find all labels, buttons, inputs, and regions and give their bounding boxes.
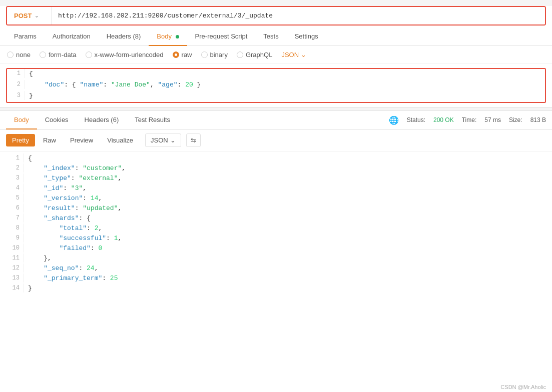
radio-none bbox=[7, 52, 14, 58]
body-type-graphql[interactable]: GraphQL bbox=[237, 51, 272, 58]
rtab-test-results[interactable]: Test Results bbox=[127, 111, 178, 130]
response-body-viewer: 1 { 2 "_index": "customer", 3 "_type": "… bbox=[0, 152, 552, 296]
req-line-1: 1 { bbox=[7, 69, 545, 80]
tab-headers[interactable]: Headers (8) bbox=[99, 28, 149, 46]
res-line-9: 9 "successful": 1, bbox=[6, 234, 546, 244]
method-chevron-icon: ⌄ bbox=[35, 13, 39, 18]
chevron-down-icon: ⌄ bbox=[170, 136, 176, 144]
res-line-2: 2 "_index": "customer", bbox=[6, 164, 546, 174]
body-type-none[interactable]: none bbox=[7, 51, 31, 58]
res-line-7: 7 "_shards": { bbox=[6, 214, 546, 224]
format-btn-preview[interactable]: Preview bbox=[64, 134, 99, 146]
radio-binary bbox=[201, 52, 208, 58]
size-label: Size: bbox=[509, 116, 522, 124]
res-line-4: 4 "_id": "3", bbox=[6, 184, 546, 194]
rtab-headers[interactable]: Headers (6) bbox=[77, 111, 127, 130]
radio-raw bbox=[173, 52, 179, 58]
body-type-urlencoded[interactable]: x-www-form-urlencoded bbox=[86, 51, 164, 58]
response-tabs: Body Cookies Headers (6) Test Results bbox=[6, 111, 178, 129]
format-btn-visualize[interactable]: Visualize bbox=[101, 134, 139, 146]
tab-authorization[interactable]: Authorization bbox=[45, 28, 99, 46]
time-value: 57 ms bbox=[484, 116, 501, 124]
method-label: POST bbox=[14, 12, 32, 20]
radio-urlencoded bbox=[86, 52, 92, 58]
json-format-dropdown[interactable]: JSON ⌄ bbox=[281, 51, 306, 58]
body-type-form-data[interactable]: form-data bbox=[40, 51, 77, 58]
res-line-1: 1 { bbox=[6, 154, 546, 164]
res-line-8: 8 "total": 2, bbox=[6, 224, 546, 234]
body-dot bbox=[176, 35, 179, 38]
footer: CSDN @Mr.Aholic bbox=[494, 382, 552, 392]
rtab-cookies[interactable]: Cookies bbox=[37, 111, 77, 130]
status-value: 200 OK bbox=[433, 116, 454, 124]
body-type-raw[interactable]: raw bbox=[173, 51, 192, 58]
radio-graphql bbox=[237, 52, 243, 58]
rtab-body[interactable]: Body bbox=[6, 111, 37, 130]
size-value: 813 B bbox=[530, 116, 546, 124]
globe-icon: 🌐 bbox=[389, 116, 399, 125]
res-line-10: 10 "failed": 0 bbox=[6, 244, 546, 254]
res-line-11: 11 }, bbox=[6, 254, 546, 264]
body-type-bar: none form-data x-www-form-urlencoded raw… bbox=[0, 46, 552, 64]
body-type-binary[interactable]: binary bbox=[201, 51, 228, 58]
res-line-13: 13 "_primary_term": 25 bbox=[6, 274, 546, 284]
url-input[interactable] bbox=[52, 7, 545, 24]
req-line-3: 3 } bbox=[7, 91, 545, 102]
res-line-14: 14 } bbox=[6, 284, 546, 294]
tab-settings[interactable]: Settings bbox=[287, 28, 326, 46]
format-btn-raw[interactable]: Raw bbox=[37, 134, 62, 146]
tab-pre-request[interactable]: Pre-request Script bbox=[187, 28, 256, 46]
chevron-down-icon: ⌄ bbox=[301, 51, 306, 58]
response-json-select[interactable]: JSON ⌄ bbox=[145, 134, 181, 147]
format-btn-pretty[interactable]: Pretty bbox=[6, 134, 35, 146]
response-tabs-bar: Body Cookies Headers (6) Test Results 🌐 … bbox=[0, 111, 552, 130]
res-line-3: 3 "_type": "external", bbox=[6, 174, 546, 184]
radio-form-data bbox=[40, 52, 46, 58]
response-status: 🌐 Status: 200 OK Time: 57 ms Size: 813 B bbox=[389, 116, 546, 125]
res-line-12: 12 "_seq_no": 24, bbox=[6, 264, 546, 274]
tab-body[interactable]: Body bbox=[149, 28, 187, 46]
req-line-2: 2 "doc": { "name": "Jane Doe", "age": 20… bbox=[7, 80, 545, 91]
request-body-editor[interactable]: 1 { 2 "doc": { "name": "Jane Doe", "age"… bbox=[6, 68, 546, 103]
time-label: Time: bbox=[462, 116, 477, 124]
tab-tests[interactable]: Tests bbox=[255, 28, 286, 46]
request-tabs: Params Authorization Headers (8) Body Pr… bbox=[0, 28, 552, 46]
res-line-5: 5 "_version": 14, bbox=[6, 194, 546, 204]
wrap-icon[interactable]: ⇆ bbox=[186, 134, 201, 147]
method-selector[interactable]: POST ⌄ bbox=[7, 7, 52, 24]
response-format-bar: Pretty Raw Preview Visualize JSON ⌄ ⇆ bbox=[0, 130, 552, 152]
section-divider bbox=[0, 107, 552, 111]
tab-params[interactable]: Params bbox=[6, 28, 45, 46]
res-line-6: 6 "result": "updated", bbox=[6, 204, 546, 214]
status-label: Status: bbox=[407, 116, 425, 124]
url-bar: POST ⌄ bbox=[6, 6, 546, 26]
